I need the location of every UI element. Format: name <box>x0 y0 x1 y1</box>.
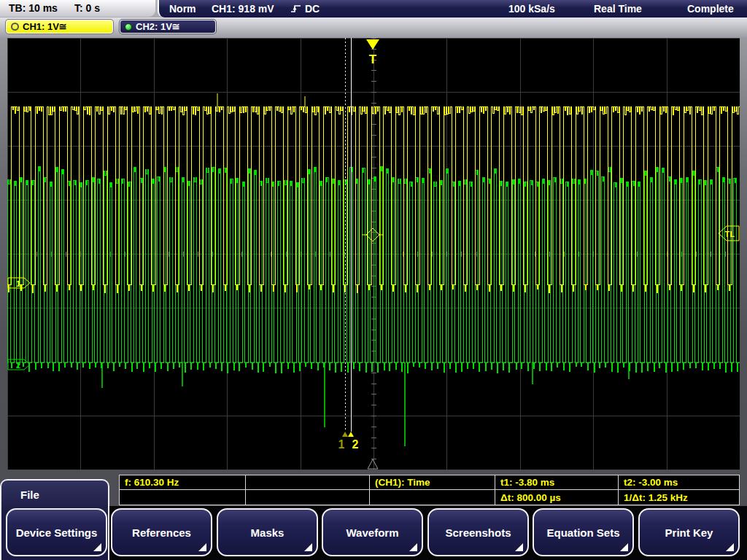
submenu-triangle-icon <box>198 543 206 551</box>
submenu-triangle-icon <box>620 543 628 551</box>
ch1-tall-spikes <box>217 93 305 106</box>
softkey-references[interactable]: References <box>111 508 212 556</box>
softkey-masks[interactable]: Masks <box>217 508 318 556</box>
submenu-triangle-icon <box>409 543 417 551</box>
measurement-empty-cell <box>370 490 495 505</box>
channel2-indicator-icon <box>125 23 132 31</box>
acquisition-mode: Real Time <box>594 0 642 18</box>
cursor2-label: 2 <box>352 438 359 451</box>
ch2-ground-label: 2 <box>16 361 20 370</box>
trigger-marker-label: T <box>369 52 377 66</box>
measurement-empty-cell <box>246 490 370 505</box>
softkey-equation-sets[interactable]: Equation Sets <box>533 508 634 556</box>
trigger-position-marker[interactable] <box>366 39 379 50</box>
softkey-screenshots[interactable]: Screenshots <box>427 508 529 556</box>
trigger-time-value: T: 0 s <box>74 0 100 17</box>
cursor-inv-dt-value: 1/Δt: 1.25 kHz <box>619 490 739 505</box>
cursor1-label: 1 <box>338 438 345 451</box>
cursor-t1-value: t1: -3.80 ms <box>495 475 619 490</box>
ch1-ground-label: 1 <box>16 279 20 288</box>
channel1-indicator-icon <box>11 23 19 31</box>
acquisition-status: Complete <box>687 0 734 18</box>
submenu-triangle-icon <box>93 543 101 551</box>
submenu-triangle-icon <box>515 543 523 551</box>
softkey-label: References <box>132 526 191 539</box>
measurement-empty-cell <box>120 490 246 505</box>
waveform-svg: 12TTL12 <box>7 38 740 470</box>
softkey-label: Equation Sets <box>546 526 619 539</box>
softkey-label: Waveform <box>347 526 399 539</box>
cursor2-handle[interactable] <box>348 432 354 437</box>
timebase-value: TB: 10 ms <box>9 0 58 17</box>
cursor-dt-value: Δt: 800.00 µs <box>495 490 619 505</box>
softkey-label: Masks <box>251 526 285 539</box>
channel2-label: CH2: 1V≅ <box>136 21 180 32</box>
cursor-type: (CH1): Time <box>370 475 495 490</box>
softkey-device-settings[interactable]: Device Settings <box>6 508 107 556</box>
status-bar: Norm CH1: 918 mV DC 100 kSa/s Real Time … <box>158 0 747 18</box>
submenu-triangle-icon <box>726 543 734 551</box>
softkey-label: Print Key <box>665 526 713 539</box>
measurement-frequency: f: 610.30 Hz <box>120 475 246 490</box>
measurement-bar: f: 610.30 Hz (CH1): Time t1: -3.80 ms t2… <box>119 475 740 505</box>
trigger-slope-icon <box>290 4 302 14</box>
ch2-trace <box>7 166 740 373</box>
softkey-waveform[interactable]: Waveform <box>322 508 423 556</box>
sample-rate: 100 kSa/s <box>508 0 555 18</box>
softkey-label: Screenshots <box>445 526 511 539</box>
channel-badge-row: CH1: 1V≅ CH2: 1V≅ <box>0 18 747 38</box>
timebase-box: TB: 10 ms T: 0 s <box>0 0 155 17</box>
trigger-coupling: DC <box>305 0 320 18</box>
trigger-bottom-marker <box>368 459 378 469</box>
softkey-print-key[interactable]: Print Key <box>638 508 740 556</box>
menu-title: File <box>20 489 39 501</box>
trigger-level-label: TL <box>725 230 735 238</box>
submenu-triangle-icon <box>304 543 312 551</box>
softkey-label: Device Settings <box>16 526 98 539</box>
cursor-t2-value: t2: -3.00 ms <box>619 475 739 490</box>
measurement-empty-cell <box>246 475 370 490</box>
channel1-badge[interactable]: CH1: 1V≅ <box>6 20 113 34</box>
cursor1-handle[interactable] <box>342 432 348 437</box>
channel2-badge[interactable]: CH2: 1V≅ <box>120 20 216 34</box>
trigger-source: CH1: 918 mV <box>212 0 274 18</box>
ch2-deep-spikes <box>102 362 629 446</box>
trigger-mode: Norm <box>169 0 196 18</box>
waveform-display[interactable]: 12TTL12 <box>7 38 740 470</box>
channel1-label: CH1: 1V≅ <box>23 21 67 32</box>
